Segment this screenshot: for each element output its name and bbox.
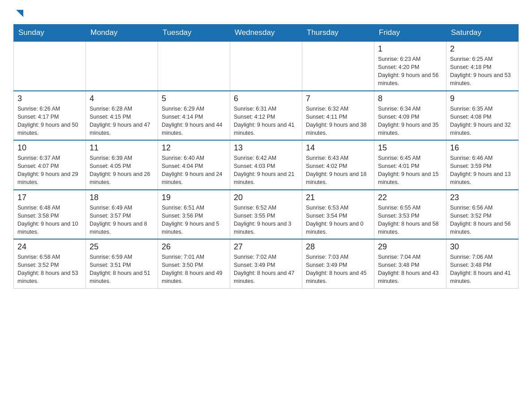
day-info: Sunrise: 7:02 AM Sunset: 3:49 PM Dayligh… xyxy=(234,253,298,286)
day-info: Sunrise: 7:03 AM Sunset: 3:49 PM Dayligh… xyxy=(306,253,370,286)
calendar-week-row: 1Sunrise: 6:23 AM Sunset: 4:20 PM Daylig… xyxy=(14,41,519,91)
day-number: 16 xyxy=(450,143,515,153)
day-number: 24 xyxy=(17,242,82,252)
header-friday: Friday xyxy=(374,25,446,42)
calendar-day-cell xyxy=(86,41,158,91)
day-info: Sunrise: 6:37 AM Sunset: 4:07 PM Dayligh… xyxy=(17,154,82,187)
day-number: 4 xyxy=(90,94,154,103)
calendar-day-cell: 14Sunrise: 6:43 AM Sunset: 4:02 PM Dayli… xyxy=(302,140,374,190)
header-monday: Monday xyxy=(86,25,158,42)
calendar-day-cell: 30Sunrise: 7:06 AM Sunset: 3:48 PM Dayli… xyxy=(446,239,519,288)
calendar-day-cell: 8Sunrise: 6:34 AM Sunset: 4:09 PM Daylig… xyxy=(374,91,446,141)
day-info: Sunrise: 6:55 AM Sunset: 3:53 PM Dayligh… xyxy=(378,204,442,236)
calendar-day-cell xyxy=(302,41,374,91)
day-number: 6 xyxy=(234,94,298,103)
calendar-day-cell: 25Sunrise: 6:59 AM Sunset: 3:51 PM Dayli… xyxy=(86,239,158,288)
day-number: 26 xyxy=(162,242,226,252)
header-tuesday: Tuesday xyxy=(158,25,230,42)
day-number: 2 xyxy=(450,44,515,54)
day-info: Sunrise: 6:28 AM Sunset: 4:15 PM Dayligh… xyxy=(90,105,154,137)
day-info: Sunrise: 6:45 AM Sunset: 4:01 PM Dayligh… xyxy=(378,154,442,187)
calendar-day-cell: 7Sunrise: 6:32 AM Sunset: 4:11 PM Daylig… xyxy=(302,91,374,141)
calendar-day-cell: 24Sunrise: 6:58 AM Sunset: 3:52 PM Dayli… xyxy=(14,239,86,288)
day-info: Sunrise: 7:04 AM Sunset: 3:48 PM Dayligh… xyxy=(378,253,442,286)
calendar-day-cell: 12Sunrise: 6:40 AM Sunset: 4:04 PM Dayli… xyxy=(158,140,230,190)
day-info: Sunrise: 6:53 AM Sunset: 3:54 PM Dayligh… xyxy=(306,204,370,236)
page-header xyxy=(13,9,519,16)
calendar-day-cell xyxy=(14,41,86,91)
day-number: 17 xyxy=(17,193,82,202)
day-number: 30 xyxy=(450,242,515,252)
day-number: 7 xyxy=(306,94,370,103)
day-info: Sunrise: 6:23 AM Sunset: 4:20 PM Dayligh… xyxy=(378,55,442,88)
calendar-day-cell: 15Sunrise: 6:45 AM Sunset: 4:01 PM Dayli… xyxy=(374,140,446,190)
day-number: 28 xyxy=(306,242,370,252)
header-wednesday: Wednesday xyxy=(230,25,302,42)
day-number: 5 xyxy=(162,94,226,103)
day-info: Sunrise: 6:35 AM Sunset: 4:08 PM Dayligh… xyxy=(450,105,515,137)
day-info: Sunrise: 6:32 AM Sunset: 4:11 PM Dayligh… xyxy=(306,105,370,137)
day-number: 12 xyxy=(162,143,226,153)
calendar-day-cell: 16Sunrise: 6:46 AM Sunset: 3:59 PM Dayli… xyxy=(446,140,519,190)
calendar-day-cell: 21Sunrise: 6:53 AM Sunset: 3:54 PM Dayli… xyxy=(302,190,374,240)
calendar-day-cell: 29Sunrise: 7:04 AM Sunset: 3:48 PM Dayli… xyxy=(374,239,446,288)
day-number: 22 xyxy=(378,193,442,202)
day-info: Sunrise: 6:46 AM Sunset: 3:59 PM Dayligh… xyxy=(450,154,515,187)
calendar-day-cell: 5Sunrise: 6:29 AM Sunset: 4:14 PM Daylig… xyxy=(158,91,230,141)
day-number: 23 xyxy=(450,193,515,202)
calendar-day-cell: 19Sunrise: 6:51 AM Sunset: 3:56 PM Dayli… xyxy=(158,190,230,240)
day-info: Sunrise: 7:01 AM Sunset: 3:50 PM Dayligh… xyxy=(162,253,226,286)
logo-area xyxy=(13,9,24,16)
calendar-day-cell: 27Sunrise: 7:02 AM Sunset: 3:49 PM Dayli… xyxy=(230,239,302,288)
day-info: Sunrise: 6:42 AM Sunset: 4:03 PM Dayligh… xyxy=(234,154,298,187)
day-info: Sunrise: 6:25 AM Sunset: 4:18 PM Dayligh… xyxy=(450,55,515,88)
calendar-day-cell: 13Sunrise: 6:42 AM Sunset: 4:03 PM Dayli… xyxy=(230,140,302,190)
calendar-header-row: Sunday Monday Tuesday Wednesday Thursday… xyxy=(14,25,519,42)
calendar-day-cell: 6Sunrise: 6:31 AM Sunset: 4:12 PM Daylig… xyxy=(230,91,302,141)
calendar-day-cell xyxy=(158,41,230,91)
calendar-day-cell: 4Sunrise: 6:28 AM Sunset: 4:15 PM Daylig… xyxy=(86,91,158,141)
day-number: 20 xyxy=(234,193,298,202)
header-thursday: Thursday xyxy=(302,25,374,42)
calendar-day-cell: 9Sunrise: 6:35 AM Sunset: 4:08 PM Daylig… xyxy=(446,91,519,141)
calendar-day-cell: 26Sunrise: 7:01 AM Sunset: 3:50 PM Dayli… xyxy=(158,239,230,288)
day-info: Sunrise: 6:58 AM Sunset: 3:52 PM Dayligh… xyxy=(17,253,82,286)
day-number: 27 xyxy=(234,242,298,252)
header-sunday: Sunday xyxy=(14,25,86,42)
day-number: 3 xyxy=(17,94,82,103)
day-info: Sunrise: 6:29 AM Sunset: 4:14 PM Dayligh… xyxy=(162,105,226,137)
calendar-day-cell: 1Sunrise: 6:23 AM Sunset: 4:20 PM Daylig… xyxy=(374,41,446,91)
calendar-day-cell: 3Sunrise: 6:26 AM Sunset: 4:17 PM Daylig… xyxy=(14,91,86,141)
day-info: Sunrise: 6:51 AM Sunset: 3:56 PM Dayligh… xyxy=(162,204,226,236)
calendar-day-cell: 20Sunrise: 6:52 AM Sunset: 3:55 PM Dayli… xyxy=(230,190,302,240)
calendar-day-cell: 11Sunrise: 6:39 AM Sunset: 4:05 PM Dayli… xyxy=(86,140,158,190)
calendar-day-cell: 18Sunrise: 6:49 AM Sunset: 3:57 PM Dayli… xyxy=(86,190,158,240)
day-number: 13 xyxy=(234,143,298,153)
day-info: Sunrise: 6:40 AM Sunset: 4:04 PM Dayligh… xyxy=(162,154,226,187)
calendar-day-cell: 23Sunrise: 6:56 AM Sunset: 3:52 PM Dayli… xyxy=(446,190,519,240)
day-info: Sunrise: 6:52 AM Sunset: 3:55 PM Dayligh… xyxy=(234,204,298,236)
day-number: 18 xyxy=(90,193,154,202)
day-info: Sunrise: 6:39 AM Sunset: 4:05 PM Dayligh… xyxy=(90,154,154,187)
calendar-day-cell: 2Sunrise: 6:25 AM Sunset: 4:18 PM Daylig… xyxy=(446,41,519,91)
day-number: 15 xyxy=(378,143,442,153)
calendar-week-row: 17Sunrise: 6:48 AM Sunset: 3:58 PM Dayli… xyxy=(14,190,519,240)
day-number: 21 xyxy=(306,193,370,202)
day-number: 8 xyxy=(378,94,442,103)
day-number: 9 xyxy=(450,94,515,103)
day-info: Sunrise: 6:26 AM Sunset: 4:17 PM Dayligh… xyxy=(17,105,82,137)
day-info: Sunrise: 6:49 AM Sunset: 3:57 PM Dayligh… xyxy=(90,204,154,236)
svg-marker-0 xyxy=(16,10,23,17)
calendar-week-row: 24Sunrise: 6:58 AM Sunset: 3:52 PM Dayli… xyxy=(14,239,519,288)
day-info: Sunrise: 6:48 AM Sunset: 3:58 PM Dayligh… xyxy=(17,204,82,236)
day-info: Sunrise: 6:59 AM Sunset: 3:51 PM Dayligh… xyxy=(90,253,154,286)
day-info: Sunrise: 6:56 AM Sunset: 3:52 PM Dayligh… xyxy=(450,204,515,236)
day-info: Sunrise: 6:31 AM Sunset: 4:12 PM Dayligh… xyxy=(234,105,298,137)
day-number: 1 xyxy=(378,44,442,54)
day-number: 10 xyxy=(17,143,82,153)
calendar-week-row: 10Sunrise: 6:37 AM Sunset: 4:07 PM Dayli… xyxy=(14,140,519,190)
day-number: 11 xyxy=(90,143,154,153)
header-saturday: Saturday xyxy=(446,25,519,42)
calendar-week-row: 3Sunrise: 6:26 AM Sunset: 4:17 PM Daylig… xyxy=(14,91,519,141)
calendar-day-cell: 22Sunrise: 6:55 AM Sunset: 3:53 PM Dayli… xyxy=(374,190,446,240)
